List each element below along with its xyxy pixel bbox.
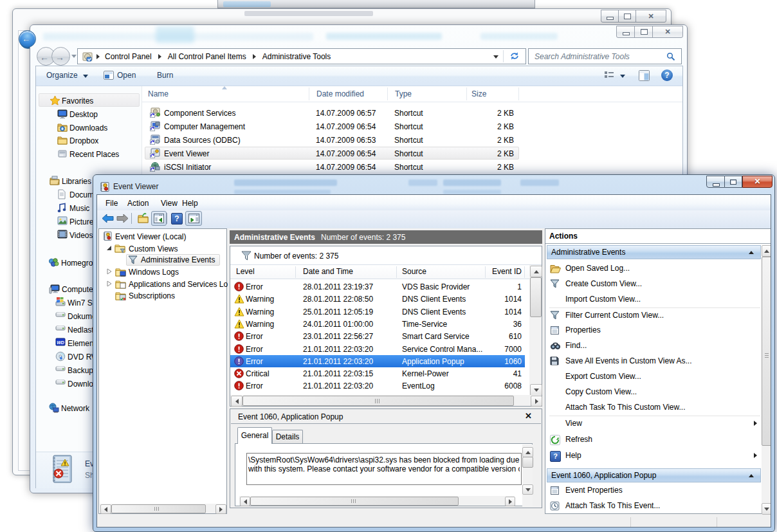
svg-text:WD: WD <box>57 340 64 345</box>
